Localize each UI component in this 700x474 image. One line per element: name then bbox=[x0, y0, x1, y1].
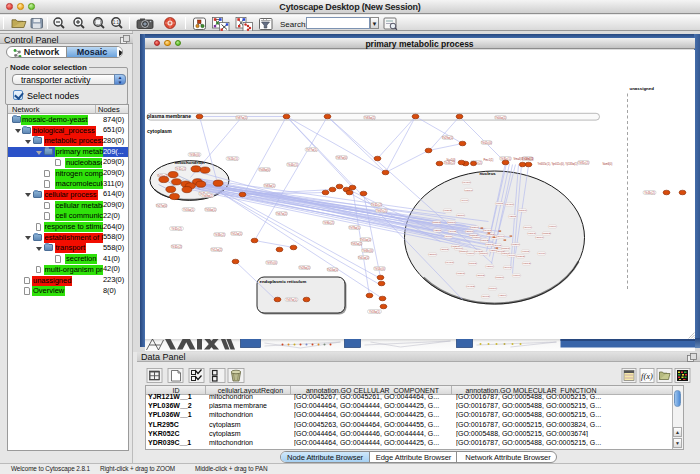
svg-text:Ymr3c(2): Ymr3c(2) bbox=[443, 209, 452, 211]
svg-text:Vcx1(0): Vcx1(0) bbox=[446, 157, 455, 161]
svg-text:Ydr4w(0): Ydr4w(0) bbox=[505, 203, 514, 205]
svg-text:Ydr4w(0): Ydr4w(0) bbox=[462, 181, 471, 183]
svg-text:Ylr29w(1): Ylr29w(1) bbox=[441, 135, 452, 139]
svg-text:Ylr92w(2): Ylr92w(2) bbox=[350, 241, 361, 245]
svg-text:Ygr9c(0): Ygr9c(0) bbox=[454, 247, 463, 249]
svg-text:Ydr4w(2): Ydr4w(2) bbox=[466, 285, 475, 287]
svg-text:Ylr43c(2): Ylr43c(2) bbox=[644, 190, 655, 194]
svg-text:nucleus: nucleus bbox=[479, 170, 496, 175]
svg-text:Ylr24c(1): Ylr24c(1) bbox=[227, 156, 238, 160]
svg-text:Ylr32c(2): Ylr32c(2) bbox=[371, 202, 382, 206]
svg-text:Ylr41w(1): Ylr41w(1) bbox=[357, 255, 368, 259]
svg-text:Ygr9c(0): Ygr9c(0) bbox=[523, 226, 532, 228]
svg-text:Ypl1w(0): Ypl1w(0) bbox=[488, 287, 497, 289]
svg-text:Ylr69c(0): Ylr69c(0) bbox=[362, 248, 373, 252]
svg-text:Ymr3c(1): Ymr3c(1) bbox=[456, 272, 465, 274]
svg-text:Ygl6w(2): Ygl6w(2) bbox=[476, 274, 485, 276]
svg-text:Yjl2w(2): Yjl2w(2) bbox=[508, 215, 516, 217]
svg-text:mitochondrion: mitochondrion bbox=[174, 160, 204, 165]
svg-text:Yor1w(2): Yor1w(2) bbox=[480, 239, 489, 241]
svg-text:Ylr48w(0): Ylr48w(0) bbox=[258, 167, 269, 171]
svg-text:Ylr55w(1): Ylr55w(1) bbox=[359, 237, 370, 241]
svg-text:Ygl6w(0): Ygl6w(0) bbox=[428, 253, 437, 255]
svg-text:Ygl6w(1): Ygl6w(1) bbox=[535, 236, 544, 238]
svg-text:Ygr9c(2): Ygr9c(2) bbox=[481, 295, 490, 297]
svg-text:Yol8c(0): Yol8c(0) bbox=[548, 225, 556, 227]
svg-text:Ylr67w(2): Ylr67w(2) bbox=[275, 211, 286, 215]
svg-text:Cch1(1): Cch1(1) bbox=[524, 156, 533, 160]
svg-text:Ylr02c(0): Ylr02c(0) bbox=[481, 140, 492, 144]
svg-text:Ylr37w(1): Ylr37w(1) bbox=[285, 297, 296, 301]
svg-text:Yol8c(0): Yol8c(0) bbox=[472, 236, 480, 238]
svg-text:Ymr3c(2): Ymr3c(2) bbox=[516, 255, 525, 257]
svg-text:Ydl4c(2): Ydl4c(2) bbox=[493, 244, 501, 246]
svg-text:Ydl4c(1): Ydl4c(1) bbox=[507, 254, 515, 256]
svg-text:Ylr32c(2): Ylr32c(2) bbox=[171, 244, 182, 248]
svg-text:Ypl1w(1): Ypl1w(1) bbox=[518, 209, 527, 211]
svg-text:Ylr53c(0): Ylr53c(0) bbox=[374, 266, 385, 270]
svg-text:Ymr3c(0): Ymr3c(0) bbox=[511, 243, 520, 245]
svg-text:Ybr5w(1): Ybr5w(1) bbox=[432, 221, 441, 223]
svg-text:Yol8c(1): Yol8c(1) bbox=[466, 252, 474, 254]
svg-text:Ydl4c(0): Ydl4c(0) bbox=[537, 252, 545, 254]
svg-text:Ylr16w(1): Ylr16w(1) bbox=[182, 207, 193, 211]
svg-text:Ypl1w(1): Ypl1w(1) bbox=[447, 221, 456, 223]
svg-text:Yol8c(2): Yol8c(2) bbox=[521, 250, 529, 252]
svg-text:Ylr28w(2): Ylr28w(2) bbox=[298, 265, 309, 269]
svg-text:Ybr5w(0): Ybr5w(0) bbox=[495, 276, 504, 278]
svg-text:Ylr83w(2): Ylr83w(2) bbox=[363, 115, 374, 119]
svg-text:Yjl2w(0): Yjl2w(0) bbox=[485, 265, 493, 267]
svg-text:f(x): f(x) bbox=[641, 371, 653, 381]
svg-text:Ypl1w(2): Ypl1w(2) bbox=[468, 262, 477, 264]
svg-text:Yor1w(2): Yor1w(2) bbox=[522, 262, 531, 264]
svg-text:plasma membrane: plasma membrane bbox=[147, 113, 191, 119]
svg-text:Ylr87w(0): Ylr87w(0) bbox=[335, 155, 346, 159]
svg-text:Ygr9c(1): Ygr9c(1) bbox=[503, 266, 512, 268]
svg-text:Ygl6w(0): Ygl6w(0) bbox=[456, 214, 465, 216]
svg-text:Ylr78w(1): Ylr78w(1) bbox=[348, 225, 359, 229]
svg-text:Yol8c(1): Yol8c(1) bbox=[512, 274, 520, 276]
svg-text:Ylr44c(1): Ylr44c(1) bbox=[287, 162, 298, 166]
svg-text:Yor1w(1): Yor1w(1) bbox=[527, 232, 536, 234]
svg-text:Ydl4c(2): Ydl4c(2) bbox=[448, 230, 456, 232]
svg-text:Ylr32c(2): Ylr32c(2) bbox=[171, 226, 182, 230]
svg-text:Ymr3c(0): Ymr3c(0) bbox=[470, 226, 479, 228]
svg-text:Yor1w(0): Yor1w(0) bbox=[464, 188, 473, 190]
svg-text:Ylr96c(2): Ylr96c(2) bbox=[323, 220, 334, 224]
svg-text:Ylr49w(2): Ylr49w(2) bbox=[201, 193, 212, 197]
svg-text:Ylr33c(2): Ylr33c(2) bbox=[214, 232, 225, 236]
svg-text:Ylr00w(2): Ylr00w(2) bbox=[494, 115, 505, 119]
svg-text:Ylr87w(2): Ylr87w(2) bbox=[235, 115, 246, 119]
svg-text:Ylr67c(2): Ylr67c(2) bbox=[376, 208, 387, 212]
svg-text:Ylr81c(2): Ylr81c(2) bbox=[578, 160, 589, 164]
svg-text:Ynl055c(1), Ypr011c(0), Yjl133: Ynl055c(1), Ypr011c(0), Yjl133w(1) bbox=[537, 161, 577, 165]
svg-text:Ylr24w(1): Ylr24w(1) bbox=[326, 267, 337, 271]
svg-text:Ydl4c(1): Ydl4c(1) bbox=[460, 199, 468, 201]
svg-text:Yjl2w(1): Yjl2w(1) bbox=[498, 294, 506, 296]
svg-text:Ylr12w(2): Ylr12w(2) bbox=[210, 247, 221, 251]
svg-text:Ybr5w(2): Ybr5w(2) bbox=[542, 232, 551, 234]
svg-text:Ylr27w(0): Ylr27w(0) bbox=[155, 203, 166, 207]
svg-text:Ygl6w(2): Ygl6w(2) bbox=[440, 248, 449, 250]
svg-text:Ylr77w(1): Ylr77w(1) bbox=[305, 147, 316, 151]
svg-text:Ygl6w(1): Ygl6w(1) bbox=[465, 230, 474, 232]
svg-text:Ydr4w(1): Ydr4w(1) bbox=[445, 261, 454, 263]
svg-text:Ypl1w(0): Ypl1w(0) bbox=[479, 252, 488, 254]
svg-text:Ylr97c(0): Ylr97c(0) bbox=[266, 260, 277, 264]
svg-text:Yjl2w(2): Yjl2w(2) bbox=[433, 229, 441, 231]
svg-text:Yol8c(2): Yol8c(2) bbox=[495, 202, 503, 204]
svg-text:Vam6(0): Vam6(0) bbox=[602, 161, 612, 165]
svg-text:Ylr83w(1): Ylr83w(1) bbox=[263, 183, 274, 187]
svg-text:endoplasmic reticulum: endoplasmic reticulum bbox=[259, 278, 306, 283]
svg-text:Ylr18w(1): Ylr18w(1) bbox=[368, 309, 379, 313]
svg-text:1:1: 1:1 bbox=[113, 20, 120, 25]
svg-text:Ybr5w(1): Ybr5w(1) bbox=[501, 247, 510, 249]
svg-text:Ylr56w(1): Ylr56w(1) bbox=[204, 207, 215, 211]
svg-text:Pmc1(1): Pmc1(1) bbox=[483, 157, 493, 161]
svg-text:Ygr9c(1): Ygr9c(1) bbox=[496, 235, 505, 237]
svg-text:unassigned: unassigned bbox=[629, 85, 654, 90]
svg-text:Ydr4w(1): Ydr4w(1) bbox=[483, 229, 492, 231]
svg-text:Ydl4c(0): Ydl4c(0) bbox=[444, 235, 452, 237]
svg-text:Ylr52w(1): Ylr52w(1) bbox=[230, 231, 241, 235]
svg-text:cytoplasm: cytoplasm bbox=[147, 127, 172, 133]
